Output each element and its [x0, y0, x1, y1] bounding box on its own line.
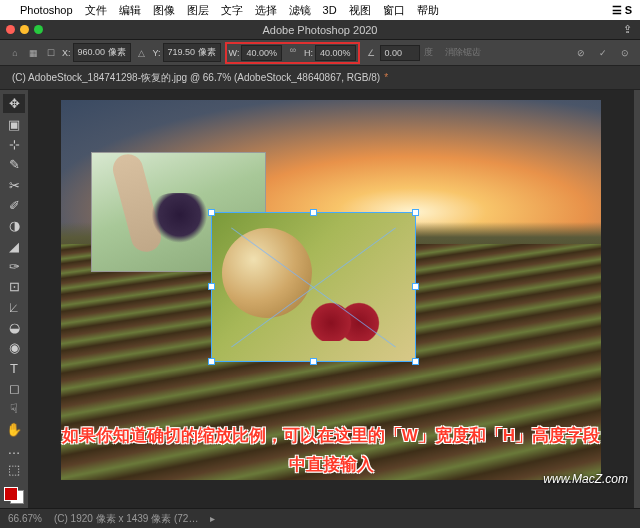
menu-window[interactable]: 窗口 [383, 3, 405, 18]
tool-stamp[interactable]: ✑ [3, 257, 25, 276]
watermark: www.MacZ.com [543, 472, 628, 486]
fg-color[interactable] [4, 487, 18, 501]
h-input[interactable]: 40.00% [315, 45, 356, 61]
deg-label: 度 [424, 46, 433, 59]
info-chevron-icon[interactable]: ▸ [210, 513, 215, 524]
tool-zoom[interactable]: ✋ [3, 420, 25, 439]
tool-edit-toolbar[interactable]: ⬚ [3, 460, 25, 479]
tool-hand[interactable]: ☟ [3, 399, 25, 418]
wh-highlight: W: 40.00% ∞ H: 40.00% [225, 42, 360, 64]
canvas-area[interactable]: 如果你知道确切的缩放比例，可以在这里的「W」宽度和「H」高度字段 中直接输入 w… [28, 90, 634, 508]
menu-file[interactable]: 文件 [85, 3, 107, 18]
doc-tab[interactable]: (C) AdobeStock_184741298-恢复的.jpg @ 66.7%… [12, 71, 380, 85]
search-icon[interactable]: ⊙ [618, 48, 632, 58]
y-input[interactable]: 719.50 像素 [163, 43, 221, 62]
link-icon[interactable]: ∞ [286, 45, 300, 61]
tool-eyedropper[interactable]: ✐ [3, 196, 25, 215]
tool-shape[interactable]: ◻ [3, 379, 25, 398]
traffic-lights [6, 25, 43, 34]
tool-lasso[interactable]: ⊹ [3, 135, 25, 154]
right-panel-collapsed[interactable] [634, 90, 640, 508]
tool-type[interactable]: T [3, 358, 25, 377]
tool-marquee[interactable]: ▣ [3, 114, 25, 133]
w-input[interactable]: 40.00% [241, 45, 282, 61]
menu-photoshop[interactable]: Photoshop [20, 4, 73, 16]
delta-icon[interactable]: △ [135, 48, 149, 58]
x-field[interactable]: X: 960.00 像素 [62, 43, 131, 62]
menu-type[interactable]: 文字 [221, 3, 243, 18]
menu-help[interactable]: 帮助 [417, 3, 439, 18]
document-canvas[interactable] [61, 100, 601, 480]
antialias-label[interactable]: 消除锯齿 [445, 46, 481, 59]
menu-filter[interactable]: 滤镜 [289, 3, 311, 18]
tool-eraser[interactable]: ⊡ [3, 277, 25, 296]
tool-move[interactable]: ✥ [3, 94, 25, 113]
tool-panel: ✥ ▣ ⊹ ✎ ✂ ✐ ◑ ◢ ✑ ⊡ ⟀ ◒ ◉ T ◻ ☟ ✋ … ⬚ [0, 90, 28, 508]
angle-icon: ∠ [364, 48, 378, 58]
ref-point-icon[interactable]: ▦ [26, 48, 40, 58]
menu-3d[interactable]: 3D [323, 4, 337, 16]
window-title: Adobe Photoshop 2020 [263, 24, 378, 36]
close-button[interactable] [6, 25, 15, 34]
menu-layer[interactable]: 图层 [187, 3, 209, 18]
window-titlebar: Adobe Photoshop 2020 ⇪ [0, 20, 640, 40]
tool-more[interactable]: … [3, 440, 25, 459]
h-field[interactable]: H: 40.00% [304, 45, 356, 61]
placed-image-wine[interactable] [211, 212, 416, 362]
color-swatches[interactable] [4, 487, 24, 505]
menu-view[interactable]: 视图 [349, 3, 371, 18]
options-bar: ⌂ ▦ ☐ X: 960.00 像素 △ Y: 719.50 像素 W: 40.… [0, 40, 640, 66]
dirty-indicator: * [384, 72, 388, 83]
share-icon[interactable]: ⇪ [623, 23, 632, 36]
menubar-right[interactable]: ☰ S [612, 4, 632, 17]
zoom-level[interactable]: 66.67% [8, 513, 42, 524]
doc-info[interactable]: (C) 1920 像素 x 1439 像素 (72… [54, 512, 199, 526]
home-icon[interactable]: ⌂ [8, 48, 22, 58]
menu-edit[interactable]: 编辑 [119, 3, 141, 18]
tool-gradient[interactable]: ⟀ [3, 297, 25, 316]
cancel-icon[interactable]: ⊘ [574, 48, 588, 58]
tool-heal[interactable]: ◑ [3, 216, 25, 235]
status-bar: 66.67% (C) 1920 像素 x 1439 像素 (72… ▸ [0, 508, 640, 528]
minimize-button[interactable] [20, 25, 29, 34]
angle-input[interactable]: 0.00 [380, 45, 420, 61]
x-input[interactable]: 960.00 像素 [73, 43, 131, 62]
tool-dodge[interactable]: ◒ [3, 318, 25, 337]
angle-field[interactable]: ∠ 0.00 [364, 45, 420, 61]
menu-select[interactable]: 选择 [255, 3, 277, 18]
commit-icon[interactable]: ✓ [596, 48, 610, 58]
workspace: ✥ ▣ ⊹ ✎ ✂ ✐ ◑ ◢ ✑ ⊡ ⟀ ◒ ◉ T ◻ ☟ ✋ … ⬚ [0, 90, 640, 508]
tool-wand[interactable]: ✎ [3, 155, 25, 174]
doc-tabbar: (C) AdobeStock_184741298-恢复的.jpg @ 66.7%… [0, 66, 640, 90]
menu-image[interactable]: 图像 [153, 3, 175, 18]
checkbox-icon[interactable]: ☐ [44, 48, 58, 58]
w-field[interactable]: W: 40.00% [229, 45, 282, 61]
tool-crop[interactable]: ✂ [3, 175, 25, 194]
y-field[interactable]: Y: 719.50 像素 [153, 43, 221, 62]
tool-brush[interactable]: ◢ [3, 236, 25, 255]
system-menubar: Photoshop 文件 编辑 图像 图层 文字 选择 滤镜 3D 视图 窗口 … [0, 0, 640, 20]
maximize-button[interactable] [34, 25, 43, 34]
tool-pen[interactable]: ◉ [3, 338, 25, 357]
